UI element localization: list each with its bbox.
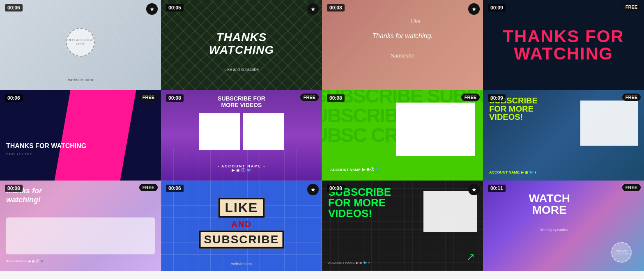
account-name-text: ACCOUNT NAME: [328, 261, 355, 265]
card-2[interactable]: THANKSWATCHING Like and subscribe 00:05 …: [161, 0, 322, 90]
logo-circle: REPLACE LOGO HERE: [66, 28, 95, 57]
duration-badge: 00:08: [327, 4, 345, 11]
watch-title: WATCHMORE: [529, 193, 570, 216]
account-name-text: Account name: [6, 259, 27, 263]
account-row: ACCOUNT NAME ▶ ◉ 🐦 ♦: [489, 170, 536, 174]
website-text: website.com: [68, 77, 93, 82]
card-9[interactable]: thanks forwatching! Account name ▶ ◉ ⓕ 🐦…: [0, 181, 161, 271]
account-name-text: ACCOUNT NAME: [330, 168, 361, 172]
white-box: [396, 103, 475, 156]
account-row: Account name ▶ ◉ ⓕ 🐦: [6, 259, 44, 263]
episodes-text: Weekly episodes: [540, 228, 568, 232]
account-name-text: ACCOUNT NAME: [489, 170, 520, 174]
card-title: THANKS FOR WATCHING: [6, 142, 86, 150]
account-row: ACCOUNT NAME ▶ ◉ ⓕ 🐦: [330, 167, 380, 172]
white-box: [6, 217, 155, 254]
free-badge: FREE: [139, 94, 158, 101]
card-11[interactable]: SUBSCRIBEFOR MOREVIDEOS! ACCOUNT NAME ▶ …: [322, 181, 483, 271]
white-box: [580, 101, 638, 146]
social-icons: ▶ ◉ 🐦 ♦: [521, 170, 536, 174]
card-10[interactable]: LIKE AND SUBSCRIBE website.com 00:06 ★: [161, 181, 322, 271]
free-badge: FREE: [139, 184, 158, 191]
duration-badge: 00:09: [488, 94, 506, 102]
green-arrow: ↗: [467, 251, 475, 263]
nature-overlay: [322, 0, 483, 90]
card-12[interactable]: WATCHMORE Weekly episodes REPLACELOGO HE…: [483, 181, 644, 271]
duration-badge: 00:06: [5, 94, 23, 102]
free-badge: FREE: [622, 184, 641, 191]
duration-badge: 00:08: [327, 94, 345, 102]
social-icons: ▶ ◉ ⓕ 🐦: [28, 259, 44, 263]
free-badge: FREE: [622, 3, 641, 11]
white-boxes: [199, 113, 284, 150]
logo-circle: REPLACELOGO HERE: [611, 242, 632, 263]
white-box: [423, 191, 477, 232]
free-badge: FREE: [300, 94, 319, 101]
like-text: Like: [411, 18, 421, 24]
free-badge: FREE: [461, 94, 480, 101]
star-badge: ★: [307, 184, 319, 195]
social-icons: ▶ ◉ 🐦 ♦: [356, 261, 370, 265]
duration-badge: 00:08: [5, 185, 23, 192]
subscribe-text: Subscribe: [391, 53, 414, 59]
card-8[interactable]: SUBSCRIBEFOR MOREVIDEOS! ACCOUNT NAME ▶ …: [483, 90, 644, 181]
sub-text: Like and subscribe: [224, 67, 258, 72]
duration-badge: 00:06: [166, 185, 184, 192]
duration-badge: 00:08: [327, 185, 345, 192]
duration-badge: 00:08: [166, 94, 184, 102]
card-grid: REPLACE LOGO HERE website.com 00:06 ★ TH…: [0, 0, 644, 271]
duration-badge: 00:09: [488, 4, 506, 11]
social-icons: ▶ ◉ ⓕ 🐦: [362, 167, 380, 172]
star-badge: ★: [307, 3, 319, 15]
like-cutout: LIKE AND SUBSCRIBE: [199, 198, 284, 249]
card-4[interactable]: THANKS FORWATCHING 00:09 FREE: [483, 0, 644, 90]
star-badge: ★: [146, 3, 158, 15]
card-5[interactable]: THANKS FOR WATCHING SUB // LIKE 00:06 FR…: [0, 90, 161, 181]
card-1[interactable]: REPLACE LOGO HERE website.com 00:06 ★: [0, 0, 161, 90]
star-badge: ★: [468, 184, 480, 195]
card-3[interactable]: Like Thanks for watching. Subscribe 00:0…: [322, 0, 483, 90]
duration-badge: 00:06: [5, 4, 23, 11]
card-7[interactable]: SUBSCRIBE SUBSCRIBEUBSCRIBE UBSCUBSC CRI…: [322, 90, 483, 181]
website-text: website.com: [231, 262, 252, 266]
big-title: THANKS FORWATCHING: [491, 28, 636, 62]
white-box-left: [199, 113, 240, 150]
thanks-title: THANKSWATCHING: [209, 31, 274, 57]
duration-badge: 00:05: [166, 4, 184, 11]
account-row: ACCOUNT NAME ▶ ◉ 🐦 ♦: [328, 261, 370, 265]
white-box-right: [243, 113, 284, 150]
sub-line: SUB // LIKE: [6, 152, 33, 156]
star-badge: ★: [468, 3, 480, 15]
card-6[interactable]: SUBSCRIBE FORMORE VIDEOS - ACCOUNT NAME …: [161, 90, 322, 181]
free-badge: FREE: [622, 94, 641, 101]
subscribe-title: SUBSCRIBE FORMORE VIDEOS: [200, 95, 283, 108]
thanks-text: Thanks for watching.: [372, 32, 433, 40]
duration-badge: 00:11: [488, 185, 506, 192]
social-icons: ▶ ◉ ⓕ 🐦: [232, 167, 251, 173]
